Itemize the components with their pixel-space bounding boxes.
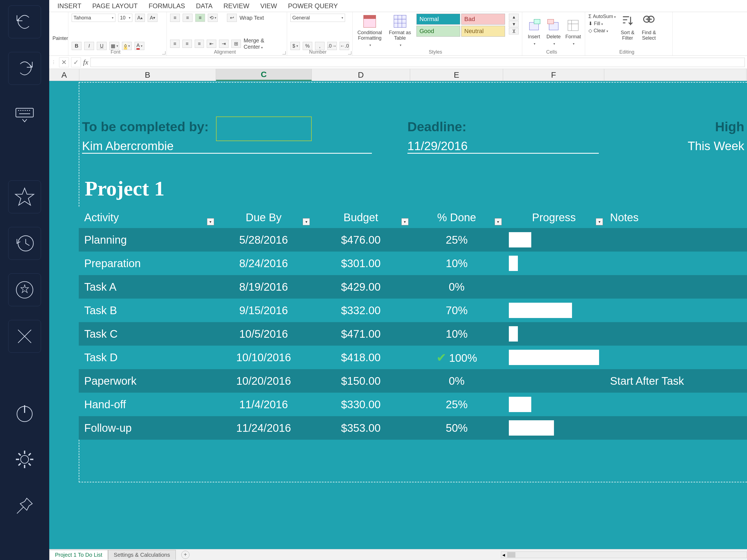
value-highlight[interactable]: This Week bbox=[599, 139, 747, 154]
th-budget[interactable]: Budget▾ bbox=[311, 207, 410, 228]
cell-pct[interactable]: 70% bbox=[410, 299, 504, 322]
styles-down-button[interactable]: ▾ bbox=[509, 21, 519, 27]
table-row[interactable]: Task D10/10/2016$418.00✔100% bbox=[79, 346, 747, 369]
tab-power-query[interactable]: POWER QUERY bbox=[288, 2, 338, 10]
cell-activity[interactable]: Hand-off bbox=[79, 393, 216, 416]
cell-notes[interactable] bbox=[604, 393, 747, 416]
accept-formula-button[interactable]: ✓ bbox=[71, 57, 81, 67]
tab-formulas[interactable]: FORMULAS bbox=[149, 2, 185, 10]
filter-progress[interactable]: ▾ bbox=[596, 218, 603, 225]
cell-notes[interactable] bbox=[604, 228, 747, 252]
table-row[interactable]: Task A8/19/2016$429.000% bbox=[79, 275, 747, 299]
cell-activity[interactable]: Paperwork bbox=[79, 369, 216, 393]
fill-color-button[interactable]: ◊ bbox=[122, 42, 132, 50]
sort-filter-button[interactable]: Sort & Filter bbox=[618, 14, 637, 50]
keyboard-button[interactable] bbox=[8, 98, 41, 131]
find-select-button[interactable]: Find & Select bbox=[639, 14, 659, 50]
value-completed-by[interactable]: Kim Abercrombie bbox=[82, 139, 372, 154]
cell-notes[interactable] bbox=[604, 416, 747, 440]
worksheet[interactable]: To be completed by: Deadline: High Kim A… bbox=[49, 81, 747, 560]
cell-activity[interactable]: Preparation bbox=[79, 252, 216, 275]
filter-pct[interactable]: ▾ bbox=[495, 218, 502, 225]
value-deadline[interactable]: 11/29/2016 bbox=[407, 139, 599, 154]
col-D[interactable]: D bbox=[312, 69, 410, 81]
cell-progress[interactable] bbox=[504, 416, 605, 440]
th-pct[interactable]: % Done▾ bbox=[410, 207, 504, 228]
tab-review[interactable]: REVIEW bbox=[223, 2, 249, 10]
cell-budget[interactable]: $429.00 bbox=[311, 275, 410, 299]
increase-font-button[interactable]: A▴ bbox=[135, 14, 145, 22]
tab-insert[interactable]: INSERT bbox=[57, 2, 81, 10]
cell-pct[interactable]: 25% bbox=[410, 393, 504, 416]
cell-budget[interactable]: $150.00 bbox=[311, 369, 410, 393]
apps-button[interactable] bbox=[8, 274, 41, 306]
power-button[interactable] bbox=[8, 397, 41, 429]
th-activity[interactable]: Activity▾ bbox=[79, 207, 216, 228]
tab-settings[interactable]: Settings & Calculations bbox=[108, 550, 176, 560]
font-color-button[interactable]: A bbox=[134, 42, 145, 50]
tab-view[interactable]: VIEW bbox=[260, 2, 277, 10]
align-center-button[interactable]: ≡ bbox=[182, 40, 192, 48]
cell-due[interactable]: 10/5/2016 bbox=[216, 322, 312, 346]
cell-progress[interactable] bbox=[504, 346, 605, 369]
format-painter-button[interactable]: Painter bbox=[52, 35, 65, 41]
filter-due[interactable]: ▾ bbox=[303, 218, 310, 225]
merge-center-button[interactable]: Merge & Center bbox=[243, 37, 284, 50]
delete-cells-button[interactable]: Delete bbox=[545, 18, 562, 46]
th-due[interactable]: Due By▾ bbox=[216, 207, 312, 228]
percent-button[interactable]: % bbox=[303, 42, 312, 50]
border-button[interactable]: ▦ bbox=[109, 42, 119, 50]
align-left-button[interactable]: ≡ bbox=[170, 40, 180, 48]
cell-budget[interactable]: $471.00 bbox=[311, 322, 410, 346]
cell-activity[interactable]: Task D bbox=[79, 346, 216, 369]
cell-pct[interactable]: 0% bbox=[410, 369, 504, 393]
number-dialog-launcher[interactable] bbox=[348, 51, 351, 54]
dedent-button[interactable]: ⇤ bbox=[207, 40, 216, 48]
formula-input[interactable] bbox=[91, 58, 745, 67]
col-C[interactable]: C bbox=[216, 69, 312, 81]
tab-project1[interactable]: Project 1 To Do List bbox=[49, 550, 108, 560]
number-format-select[interactable]: General bbox=[290, 14, 345, 22]
conditional-formatting-button[interactable]: Conditional Formatting bbox=[356, 14, 384, 47]
cell-notes[interactable] bbox=[604, 252, 747, 275]
styles-more-button[interactable]: ⊻ bbox=[509, 28, 519, 34]
cell-budget[interactable]: $330.00 bbox=[311, 393, 410, 416]
scroll-thumb[interactable] bbox=[507, 552, 515, 558]
cell-due[interactable]: 11/4/2016 bbox=[216, 393, 312, 416]
cell-progress[interactable] bbox=[504, 228, 605, 252]
style-bad[interactable]: Bad bbox=[461, 14, 505, 25]
cell-budget[interactable]: $301.00 bbox=[311, 252, 410, 275]
th-progress[interactable]: Progress▾ bbox=[504, 207, 605, 228]
alignment-dialog-launcher[interactable] bbox=[282, 51, 286, 54]
filter-budget[interactable]: ▾ bbox=[402, 218, 409, 225]
comma-button[interactable]: , bbox=[315, 42, 325, 50]
cell-due[interactable]: 10/20/2016 bbox=[216, 369, 312, 393]
cell-progress[interactable] bbox=[504, 322, 605, 346]
th-notes[interactable]: Notes bbox=[604, 207, 747, 228]
cell-pct[interactable]: 50% bbox=[410, 416, 504, 440]
bold-button[interactable]: B bbox=[72, 42, 81, 50]
styles-up-button[interactable]: ▴ bbox=[509, 14, 519, 20]
cell-progress[interactable] bbox=[504, 252, 605, 275]
cell-due[interactable]: 8/19/2016 bbox=[216, 275, 312, 299]
font-dialog-launcher[interactable] bbox=[162, 51, 165, 54]
col-G[interactable] bbox=[604, 69, 746, 81]
cancel-formula-button[interactable]: ✕ bbox=[59, 57, 69, 67]
table-row[interactable]: Hand-off11/4/2016$330.0025% bbox=[79, 393, 747, 416]
wrap-text-button[interactable]: Wrap Text bbox=[239, 15, 264, 21]
table-row[interactable]: Task B9/15/2016$332.0070% bbox=[79, 299, 747, 322]
font-size-select[interactable]: 10 bbox=[118, 14, 132, 22]
align-mid-button[interactable]: ≡ bbox=[183, 14, 192, 22]
tab-page-layout[interactable]: PAGE LAYOUT bbox=[93, 2, 138, 10]
cell-due[interactable]: 8/24/2016 bbox=[216, 252, 312, 275]
dec-decimal-button[interactable]: ←.0 bbox=[340, 42, 349, 50]
namebox-dropdown[interactable]: ⋮ bbox=[51, 59, 57, 65]
italic-button[interactable]: I bbox=[84, 42, 94, 50]
cell-activity[interactable]: Task B bbox=[79, 299, 216, 322]
orientation-button[interactable]: ⟲ bbox=[208, 14, 217, 22]
autosum-button[interactable]: Σ AutoSum bbox=[588, 14, 616, 19]
add-sheet-button[interactable]: + bbox=[181, 551, 189, 559]
table-row[interactable]: Paperwork10/20/2016$150.000%Start After … bbox=[79, 369, 747, 393]
cell-progress[interactable] bbox=[504, 369, 605, 393]
undo-button[interactable] bbox=[8, 5, 41, 38]
